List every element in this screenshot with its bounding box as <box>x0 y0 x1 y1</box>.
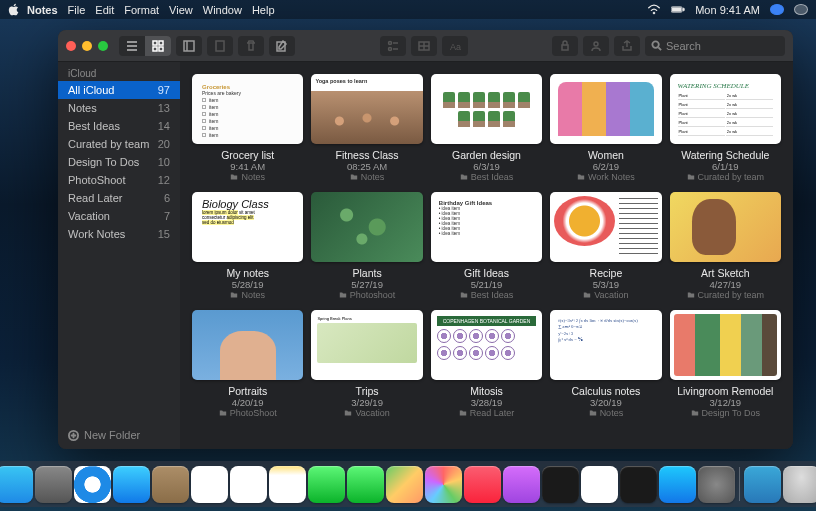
sidebar-item-vacation[interactable]: Vacation7 <box>58 207 180 225</box>
sidebar-item-all-icloud[interactable]: All iCloud97 <box>58 81 180 99</box>
sidebar-item-label: Notes <box>68 102 97 114</box>
note-card[interactable]: Women 6/2/19 Work Notes <box>550 74 661 182</box>
note-card[interactable]: GroceriesPrices are bakeryitemitemitemit… <box>192 74 303 182</box>
menu-edit[interactable]: Edit <box>95 4 114 16</box>
note-card[interactable]: Recipe 5/3/19 Vacation <box>550 192 661 300</box>
dock-notes[interactable] <box>269 466 306 503</box>
collaborate-button[interactable] <box>583 36 609 56</box>
svg-point-12 <box>388 47 391 50</box>
delete-button[interactable] <box>238 36 264 56</box>
dock-trash[interactable] <box>783 466 816 503</box>
menu-view[interactable]: View <box>169 4 193 16</box>
close-button[interactable] <box>66 41 76 51</box>
new-note-button[interactable] <box>269 36 295 56</box>
note-card[interactable]: Fitness Class 08:25 AM Notes <box>311 74 422 182</box>
note-thumbnail <box>550 192 661 262</box>
control-center-icon[interactable] <box>794 4 808 15</box>
note-thumbnail: COPENHAGEN BOTANICAL GARDEN <box>431 310 542 380</box>
dock-facetime[interactable] <box>347 466 384 503</box>
titlebar: Aa Search <box>58 30 793 62</box>
note-card[interactable]: Livingroom Remodel 3/12/19 Design To Dos <box>670 310 781 418</box>
dock-maps[interactable] <box>386 466 423 503</box>
siri-icon[interactable] <box>770 4 784 15</box>
dock-stocks[interactable] <box>620 466 657 503</box>
note-thumbnail <box>670 310 781 380</box>
note-card[interactable]: Birthday Gift Ideas• idea item• idea ite… <box>431 192 542 300</box>
dock-music[interactable] <box>464 466 501 503</box>
dock-tv[interactable] <box>542 466 579 503</box>
sidebar-item-label: Read Later <box>68 192 122 204</box>
note-card[interactable]: f(x)=3x²+2 ∫x dx lim→∞ d/dx sin(x)=cos(x… <box>550 310 661 418</box>
battery-icon[interactable] <box>671 4 685 15</box>
toggle-sidebar-button[interactable] <box>176 36 202 56</box>
app-name[interactable]: Notes <box>27 4 58 16</box>
dock-launchpad[interactable] <box>35 466 72 503</box>
search-field[interactable]: Search <box>645 36 785 56</box>
menubar-clock[interactable]: Mon 9:41 AM <box>695 4 760 16</box>
apple-menu[interactable] <box>8 3 19 16</box>
table-button[interactable] <box>411 36 437 56</box>
note-title: Gift Ideas <box>464 267 509 279</box>
sidebar-item-count: 14 <box>158 120 170 132</box>
dock-contacts[interactable] <box>152 466 189 503</box>
note-title: Grocery list <box>221 149 274 161</box>
note-folder: Curated by team <box>687 290 765 300</box>
note-folder: Read Later <box>459 408 515 418</box>
svg-rect-15 <box>562 45 568 50</box>
note-card[interactable]: Plants 5/27/19 Photoshoot <box>311 192 422 300</box>
note-title: My notes <box>226 267 269 279</box>
note-thumbnail: GroceriesPrices are bakeryitemitemitemit… <box>192 74 303 144</box>
sidebar-item-count: 12 <box>158 174 170 186</box>
dock-messages[interactable] <box>308 466 345 503</box>
dock-appstore[interactable] <box>659 466 696 503</box>
note-card[interactable]: Garden design 6/3/19 Best Ideas <box>431 74 542 182</box>
note-title: Garden design <box>452 149 521 161</box>
new-folder-button[interactable]: New Folder <box>58 421 180 449</box>
attachments-button[interactable] <box>207 36 233 56</box>
note-card[interactable]: Art Sketch 4/27/19 Curated by team <box>670 192 781 300</box>
checklist-button[interactable] <box>380 36 406 56</box>
zoom-button[interactable] <box>98 41 108 51</box>
sidebar-item-design-to-dos[interactable]: Design To Dos10 <box>58 153 180 171</box>
note-card[interactable]: Biology Classlorem ipsum dolor sit ametc… <box>192 192 303 300</box>
sidebar-item-photoshoot[interactable]: PhotoShoot12 <box>58 171 180 189</box>
sidebar-item-label: Vacation <box>68 210 110 222</box>
dock-mail[interactable] <box>113 466 150 503</box>
note-card[interactable]: COPENHAGEN BOTANICAL GARDEN Mitosis 3/28… <box>431 310 542 418</box>
note-folder: Photoshoot <box>339 290 396 300</box>
dock-podcasts[interactable] <box>503 466 540 503</box>
gallery-view-button[interactable] <box>145 36 171 56</box>
note-card[interactable]: Spring Break Plans Trips 3/29/19 Vacatio… <box>311 310 422 418</box>
lock-button[interactable] <box>552 36 578 56</box>
plus-circle-icon <box>68 430 79 441</box>
list-view-button[interactable] <box>119 36 145 56</box>
dock-reminders[interactable] <box>230 466 267 503</box>
sidebar-item-count: 6 <box>164 192 170 204</box>
dock-safari[interactable] <box>74 466 111 503</box>
note-thumbnail: WATERING SCHEDULEPlant2x wkPlant2x wkPla… <box>670 74 781 144</box>
dock-downloads[interactable] <box>744 466 781 503</box>
window-controls <box>66 41 108 51</box>
dock-preferences[interactable] <box>698 466 735 503</box>
format-button[interactable]: Aa <box>442 36 468 56</box>
sidebar-item-work-notes[interactable]: Work Notes15 <box>58 225 180 243</box>
share-button[interactable] <box>614 36 640 56</box>
note-date: 6/1/19 <box>712 161 738 172</box>
menu-window[interactable]: Window <box>203 4 242 16</box>
note-card[interactable]: WATERING SCHEDULEPlant2x wkPlant2x wkPla… <box>670 74 781 182</box>
menu-help[interactable]: Help <box>252 4 275 16</box>
sidebar-item-notes[interactable]: Notes13 <box>58 99 180 117</box>
sidebar-item-best-ideas[interactable]: Best Ideas14 <box>58 117 180 135</box>
dock-calendar[interactable] <box>191 466 228 503</box>
note-folder: Notes <box>230 172 265 182</box>
dock-finder[interactable] <box>0 466 33 503</box>
note-card[interactable]: Portraits 4/20/19 PhotoShoot <box>192 310 303 418</box>
dock-photos[interactable] <box>425 466 462 503</box>
sidebar-item-read-later[interactable]: Read Later6 <box>58 189 180 207</box>
minimize-button[interactable] <box>82 41 92 51</box>
menu-format[interactable]: Format <box>124 4 159 16</box>
wifi-icon[interactable] <box>647 4 661 15</box>
menu-file[interactable]: File <box>68 4 86 16</box>
dock-news[interactable] <box>581 466 618 503</box>
sidebar-item-curated-by-team[interactable]: Curated by team20 <box>58 135 180 153</box>
